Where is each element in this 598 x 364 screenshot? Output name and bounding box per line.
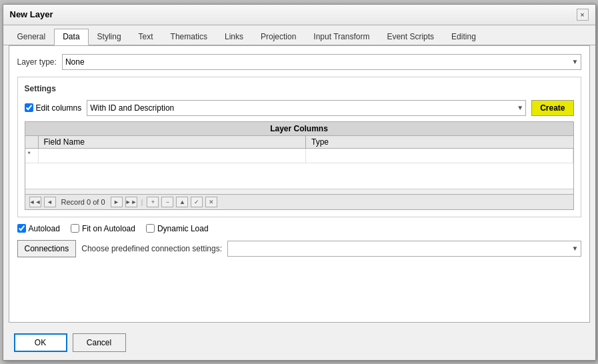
layer-type-label: Layer type:	[17, 57, 57, 67]
tab-general[interactable]: General	[9, 29, 55, 45]
record-count: Record 0 of 0	[61, 198, 105, 206]
col-header-type: Type	[306, 136, 573, 148]
tab-thematics[interactable]: Thematics	[162, 29, 216, 45]
layer-type-select[interactable]: None	[62, 54, 581, 70]
col-header-fieldname: Field Name	[39, 136, 307, 148]
nav-prev-button[interactable]: ◄	[44, 197, 56, 207]
tab-event-scripts[interactable]: Event Scripts	[378, 29, 443, 45]
nav-separator: |	[141, 198, 143, 206]
edit-columns-checkbox[interactable]	[25, 103, 33, 112]
nav-remove-button[interactable]: −	[161, 197, 173, 207]
edit-columns-dropdown-wrapper: With ID and Description ▼	[87, 100, 526, 116]
fit-autoload-checkbox[interactable]	[71, 224, 79, 233]
close-button[interactable]: ×	[577, 9, 589, 21]
settings-group: Settings Edit columns With ID and Descri…	[17, 77, 581, 217]
table-body: *	[25, 149, 573, 189]
edit-columns-select[interactable]: With ID and Description	[87, 100, 526, 116]
connections-row: Connections Choose predefined connection…	[17, 240, 581, 257]
edit-columns-checkbox-label[interactable]: Edit columns	[25, 103, 82, 113]
table-column-headers: Field Name Type	[25, 136, 573, 149]
fieldname-cell	[39, 149, 306, 163]
type-cell	[306, 149, 573, 163]
table-scrollbar[interactable]	[25, 189, 573, 194]
dynamic-load-text: Dynamic Load	[157, 224, 209, 233]
nav-up-button[interactable]: ▲	[176, 197, 188, 207]
tab-data[interactable]: Data	[54, 29, 88, 45]
autoload-text: Autoload	[29, 224, 60, 233]
layer-type-row: Layer type: None ▼	[17, 54, 581, 70]
nav-last-button[interactable]: ►►	[125, 197, 137, 207]
col-header-indicator	[25, 136, 39, 148]
autoload-checkbox[interactable]	[17, 224, 26, 233]
layer-type-wrapper: None ▼	[62, 54, 581, 70]
tab-links[interactable]: Links	[216, 29, 252, 45]
edit-columns-row: Edit columns With ID and Description ▼ C…	[25, 100, 574, 116]
layer-columns-table: Layer Columns Field Name Type * ◄◄	[25, 121, 574, 210]
autoload-label[interactable]: Autoload	[17, 224, 60, 233]
table-footer: ◄◄ ◄ Record 0 of 0 ► ►► | + − ▲ ✓ ✕	[25, 194, 573, 209]
tab-projection[interactable]: Projection	[252, 29, 305, 45]
table-asterisk-row: *	[25, 149, 573, 163]
connections-select[interactable]	[227, 241, 581, 257]
connections-choose-label: Choose predefined connection settings:	[81, 244, 222, 253]
tab-content: Layer type: None ▼ Settings Edit columns…	[9, 45, 590, 323]
dynamic-load-checkbox[interactable]	[146, 224, 155, 233]
asterisk-cell: *	[25, 149, 39, 163]
tab-styling[interactable]: Styling	[89, 29, 130, 45]
create-button[interactable]: Create	[531, 100, 573, 116]
tab-input-transform[interactable]: Input Transform	[305, 29, 378, 45]
tab-bar: General Data Styling Text Thematics Link…	[3, 25, 595, 45]
ok-button[interactable]: OK	[14, 333, 67, 352]
bottom-bar: OK Cancel	[3, 328, 595, 360]
table-title: Layer Columns	[25, 122, 573, 136]
nav-next-button[interactable]: ►	[111, 197, 123, 207]
nav-add-button[interactable]: +	[147, 197, 159, 207]
nav-confirm-button[interactable]: ✓	[191, 197, 203, 207]
connections-dropdown-wrapper: ▼	[227, 241, 581, 257]
nav-cancel-nav-button[interactable]: ✕	[205, 197, 217, 207]
title-bar: New Layer ×	[3, 5, 595, 25]
nav-first-button[interactable]: ◄◄	[29, 197, 41, 207]
new-layer-dialog: New Layer × General Data Styling Text Th…	[3, 4, 596, 361]
edit-columns-text: Edit columns	[36, 103, 82, 113]
fit-autoload-text: Fit on Autoload	[82, 224, 135, 233]
settings-title: Settings	[25, 84, 574, 93]
tab-text[interactable]: Text	[130, 29, 162, 45]
dynamic-load-label[interactable]: Dynamic Load	[146, 224, 209, 233]
tab-editing[interactable]: Editing	[443, 29, 485, 45]
connections-button[interactable]: Connections	[17, 240, 77, 257]
fit-autoload-label[interactable]: Fit on Autoload	[71, 224, 135, 233]
cancel-button[interactable]: Cancel	[73, 333, 126, 352]
dialog-title: New Layer	[10, 9, 53, 19]
options-row: Autoload Fit on Autoload Dynamic Load	[17, 224, 581, 233]
